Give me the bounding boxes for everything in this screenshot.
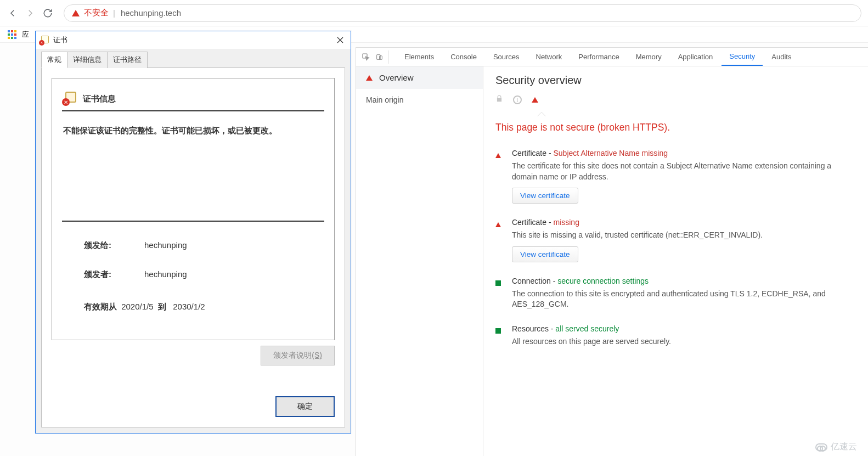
sidebar-overview[interactable]: Overview <box>356 66 483 89</box>
conn-accent: secure connection settings <box>557 277 649 285</box>
watermark-icon <box>815 443 827 451</box>
lock-icon <box>495 94 503 105</box>
sidebar-main-origin[interactable]: Main origin <box>356 89 483 111</box>
issued-to-value: hechunping <box>144 240 187 251</box>
res-desc: All resources on this page are served se… <box>512 336 856 347</box>
forward-button[interactable] <box>24 7 36 19</box>
valid-from-label: 有效期从 <box>84 302 117 311</box>
ok-button[interactable]: 确定 <box>275 396 335 417</box>
not-secure-label: 不安全 <box>84 8 109 18</box>
back-button[interactable] <box>7 7 19 19</box>
security-sidebar: Overview Main origin <box>356 66 483 456</box>
view-certificate-button-2[interactable]: View certificate <box>512 246 578 262</box>
inspect-element-button[interactable] <box>359 50 373 64</box>
res-accent: all served securely <box>555 324 619 333</box>
cert-inner-frame: ✕ 证书信息 不能保证该证书的完整性。证书可能已损坏，或已被更改。 颁发给: h… <box>52 78 335 340</box>
issuer-statement-button: 颁发者说明(S) <box>261 346 335 365</box>
cert2-desc: This site is missing a valid, trusted ce… <box>512 230 856 241</box>
apps-icon[interactable] <box>8 30 16 39</box>
certificate-dialog: 证书 常规 详细信息 证书路径 ✕ 证书信息 不能保证该证书的完整性。证书可能已… <box>35 31 351 434</box>
security-item-connection: Connection - secure connection settings … <box>495 277 856 310</box>
cert-heading: ✕ 证书信息 <box>62 89 324 111</box>
security-item-cert-san: Certificate - Subject Alternative Name m… <box>495 149 856 204</box>
valid-to-label: 到 <box>158 302 166 311</box>
conn-title: Connection - <box>512 277 557 285</box>
cert-tab-general[interactable]: 常规 <box>41 52 67 68</box>
bookmark-apps-label[interactable]: 应 <box>22 30 29 40</box>
cert1-accent: Subject Alternative Name missing <box>553 149 668 157</box>
security-item-cert-missing: Certificate - missing This site is missi… <box>495 218 856 262</box>
res-title: Resources - <box>512 324 555 333</box>
device-toolbar-button[interactable] <box>376 50 389 64</box>
info-icon: i <box>513 95 522 104</box>
warning-icon <box>366 75 373 81</box>
devtools-tabstrip: Elements Console Sources Network Perform… <box>356 48 868 66</box>
sidebar-overview-label: Overview <box>379 73 414 82</box>
cert-tab-details[interactable]: 详细信息 <box>67 52 108 68</box>
security-heading: Security overview <box>495 74 856 87</box>
svg-rect-2 <box>380 55 382 59</box>
address-bar[interactable]: 不安全 | hechunping.tech <box>64 4 861 22</box>
cert1-desc: The certificate for this site does not c… <box>512 161 856 182</box>
conn-desc: The connection to this site is encrypted… <box>512 289 856 310</box>
omnibox-sep: | <box>113 8 115 18</box>
devtools-panel: Elements Console Sources Network Perform… <box>356 47 868 456</box>
omnibox-url: hechunping.tech <box>121 8 181 18</box>
devtools-body: Overview Main origin Security overview i… <box>356 66 868 456</box>
security-item-resources: Resources - all served securely All reso… <box>495 324 856 347</box>
sidebar-main-origin-label: Main origin <box>366 95 403 104</box>
cert-tab-path[interactable]: 证书路径 <box>107 52 148 68</box>
dialog-title: 证书 <box>53 35 67 45</box>
cert1-title: Certificate - <box>512 149 553 157</box>
security-headline: This page is not secure (broken HTTPS). <box>495 122 856 133</box>
tab-memory[interactable]: Memory <box>628 48 669 66</box>
secure-icon <box>495 280 501 286</box>
cert-heading-text: 证书信息 <box>83 94 116 104</box>
dialog-titlebar[interactable]: 证书 <box>36 31 351 49</box>
issued-to-label: 颁发给: <box>84 240 144 251</box>
valid-from: 2020/1/5 <box>121 302 153 311</box>
watermark: 亿速云 <box>815 441 857 453</box>
cert-tab-area: 常规 详细信息 证书路径 ✕ 证书信息 不能保证该证书的完整性。证书可能已损坏，… <box>36 49 351 433</box>
cert2-title: Certificate - <box>512 218 553 227</box>
tab-elements[interactable]: Elements <box>397 48 442 66</box>
issued-to-row: 颁发给: hechunping <box>84 240 324 251</box>
issued-by-label: 颁发者: <box>84 269 144 280</box>
security-summary-icons: i <box>495 92 856 116</box>
tab-performance[interactable]: Performance <box>571 48 627 66</box>
tab-sources[interactable]: Sources <box>486 48 527 66</box>
cert-warning-message: 不能保证该证书的完整性。证书可能已损坏，或已被更改。 <box>62 111 324 198</box>
reload-button[interactable] <box>42 7 54 19</box>
not-secure-icon <box>72 10 80 16</box>
cert2-accent: missing <box>553 218 579 227</box>
cert-tabs: 常规 详细信息 证书路径 <box>41 51 345 67</box>
warning-icon <box>495 153 501 158</box>
warning-icon <box>495 222 501 227</box>
certificate-icon <box>40 36 49 44</box>
validity-row: 有效期从 2020/1/5 到 2030/1/2 <box>84 302 324 312</box>
cert-pane-general: ✕ 证书信息 不能保证该证书的完整性。证书可能已损坏，或已被更改。 颁发给: h… <box>41 67 345 427</box>
tab-application[interactable]: Application <box>670 48 721 66</box>
tab-network[interactable]: Network <box>528 48 570 66</box>
secure-icon <box>495 328 501 334</box>
svg-rect-1 <box>377 54 381 59</box>
tab-security[interactable]: Security <box>722 48 763 66</box>
issued-by-row: 颁发者: hechunping <box>84 269 324 280</box>
browser-nav-bar: 不安全 | hechunping.tech <box>0 0 868 26</box>
tab-console[interactable]: Console <box>443 48 484 66</box>
svg-rect-0 <box>363 54 367 58</box>
certificate-error-icon: ✕ <box>62 92 76 106</box>
valid-to: 2030/1/2 <box>173 302 205 311</box>
tab-audits[interactable]: Audits <box>764 48 799 66</box>
overview-warning-icon <box>532 97 538 103</box>
view-certificate-button[interactable]: View certificate <box>512 188 578 204</box>
cert-fields: 颁发给: hechunping 颁发者: hechunping 有效期从 202… <box>62 222 324 329</box>
close-button[interactable] <box>332 33 348 47</box>
security-main: Security overview i This page is not sec… <box>483 66 868 456</box>
watermark-text: 亿速云 <box>831 441 857 453</box>
issued-by-value: hechunping <box>144 269 187 280</box>
